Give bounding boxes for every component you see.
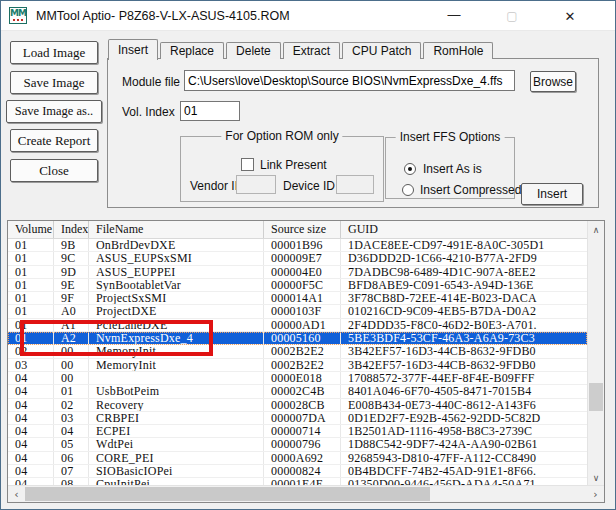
tab-cpu-patch[interactable]: CPU Patch — [342, 42, 421, 59]
table-row[interactable]: 01A2NvmExpressDxe_4000051605BE3BDF4-53CF… — [8, 332, 587, 345]
table-header: Volume Index FileName Source size GUID — [8, 221, 587, 239]
cell-index: 9C — [54, 252, 89, 264]
table-row[interactable]: 0403CRBPEI000007DA0D1ED2F7-E92B-4562-92D… — [8, 412, 587, 425]
cell-filename: Recovery — [89, 399, 264, 411]
vertical-scroll-thumb[interactable] — [589, 383, 603, 411]
module-file-input[interactable] — [184, 70, 515, 91]
insert-compressed-radio[interactable] — [402, 184, 414, 196]
cell-index: 9B — [54, 239, 89, 251]
cell-volume: 01 — [8, 266, 54, 278]
scroll-up-icon[interactable]: ∧ — [588, 221, 604, 238]
scroll-right-icon[interactable]: › — [587, 486, 604, 502]
table-row[interactable]: 0300MemoryInit0002B2E23B42EF57-16D3-44CB… — [8, 359, 587, 372]
insert-button[interactable]: Insert — [521, 183, 583, 205]
table-row[interactable]: 01A1PcieLaneDXE00000AD12F4DDD35-F8C0-46D… — [8, 319, 587, 332]
link-present-checkbox[interactable] — [241, 158, 254, 171]
insert-as-is-radio[interactable] — [404, 163, 416, 175]
tab-delete[interactable]: Delete — [226, 42, 281, 59]
tab-replace[interactable]: Replace — [160, 42, 224, 59]
table-rows: 019BOnBrdDevDXE00001B961DACE8EE-CD97-491… — [8, 239, 587, 485]
cell-index: 00 — [54, 372, 89, 384]
header-index[interactable]: Index — [54, 221, 89, 238]
cell-guid: 7DADBC98-6489-4D1C-907A-8EE2 — [341, 266, 587, 278]
cell-index: A0 — [54, 305, 89, 317]
cell-size: 000009E7 — [264, 252, 341, 264]
cell-size: 00000824 — [264, 465, 341, 477]
cell-volume: 04 — [8, 385, 54, 397]
cell-size: 000007DA — [264, 412, 341, 424]
table-row[interactable]: 019BOnBrdDevDXE00001B961DACE8EE-CD97-491… — [8, 239, 587, 252]
table-row[interactable]: 0402Recovery000028CBE008B434-0E73-440C-8… — [8, 399, 587, 412]
cell-filename: UsbBotPeim — [89, 385, 264, 397]
insert-ffs-options-legend: Insert FFS Options — [396, 130, 505, 144]
cell-size: 00001E4E — [264, 478, 341, 485]
cell-volume: 02 — [8, 345, 54, 357]
cell-guid: 1B2501AD-1116-4958-B8C3-2739C — [341, 425, 587, 437]
header-volume[interactable]: Volume — [8, 221, 54, 238]
table-row[interactable]: 0408CpuInitPei00001E4E01350D00-9446-456D… — [8, 478, 587, 485]
minimize-icon[interactable]: — — [425, 1, 483, 31]
close-icon[interactable]: ✕ — [541, 1, 599, 31]
header-guid[interactable]: GUID — [341, 221, 587, 238]
tab-insert[interactable]: Insert — [108, 39, 158, 60]
cell-guid: 3B42EF57-16D3-44CB-8632-9FDB0 — [341, 345, 587, 357]
cell-index: 08 — [54, 478, 89, 485]
cell-filename — [89, 372, 264, 384]
create-report-button[interactable]: Create Report — [10, 129, 98, 152]
cell-size: 000028CB — [264, 399, 341, 411]
cell-guid: 3B42EF57-16D3-44CB-8632-9FDB0 — [341, 359, 587, 371]
table-row[interactable]: 0407SIOBasicIOPei000008240B4BDCFF-74B2-4… — [8, 465, 587, 478]
table-row[interactable]: 04000000E01817088572-377F-44EF-8F4E-B09F… — [8, 372, 587, 385]
cell-size: 00000796 — [264, 438, 341, 450]
cell-filename: ASUS_EUPSxSMI — [89, 252, 264, 264]
scroll-down-icon[interactable]: ∨ — [588, 469, 604, 486]
table-row[interactable]: 019CASUS_EUPSxSMI000009E7D36DDD2D-1C66-4… — [8, 252, 587, 265]
header-filename[interactable]: FileName — [89, 221, 264, 238]
vol-index-label: Vol. Index — [122, 105, 175, 119]
cell-filename: PcieLaneDXE — [89, 319, 264, 331]
cell-volume: 04 — [8, 412, 54, 424]
load-image-button[interactable]: Load Image — [10, 41, 98, 64]
cell-index: 00 — [54, 359, 89, 371]
title-bar: MM MMTool Aptio- P8Z68-V-LX-ASUS-4105.RO… — [1, 1, 615, 31]
cell-index: 04 — [54, 425, 89, 437]
table-row[interactable]: 0405WdtPei000007961D88C542-9DF7-424A-AA9… — [8, 438, 587, 451]
cell-index: 9F — [54, 292, 89, 304]
cell-guid: 1DACE8EE-CD97-491E-8A0C-305D1 — [341, 239, 587, 251]
close-button[interactable]: Close — [10, 159, 98, 182]
horizontal-scroll-thumb[interactable] — [25, 487, 430, 501]
table-row[interactable]: 019FProjectSxSMI000014A13F78CB8D-72EE-41… — [8, 292, 587, 305]
scroll-left-icon[interactable]: ‹ — [8, 486, 25, 502]
cell-volume: 01 — [8, 252, 54, 264]
table-row[interactable]: 01A0ProjectDXE0000103F010216CD-9C09-4EB5… — [8, 305, 587, 318]
vendor-id-input — [236, 175, 276, 194]
cell-index: 03 — [54, 412, 89, 424]
table-row[interactable]: 019ESynBootabletVar00000F5CBFD8ABE9-C091… — [8, 279, 587, 292]
table-row[interactable]: 019DASUS_EUPPEI000004E07DADBC98-6489-4D1… — [8, 266, 587, 279]
table-row[interactable]: 0406CORE_PEI0000A69292685943-D810-47FF-A… — [8, 452, 587, 465]
cell-size: 0000A692 — [264, 452, 341, 464]
save-image-as-button[interactable]: Save Image as.. — [6, 100, 102, 123]
insert-as-is-label: Insert As is — [423, 162, 482, 176]
tab-extract[interactable]: Extract — [283, 42, 340, 59]
tab-romhole[interactable]: RomHole — [423, 42, 493, 59]
horizontal-scrollbar[interactable]: ‹ › — [8, 485, 604, 502]
cell-guid: 3F78CB8D-72EE-414E-B023-DACA — [341, 292, 587, 304]
table-row[interactable]: 0404ECPEI000007141B2501AD-1116-4958-B8C3… — [8, 425, 587, 438]
cell-size: 0000103F — [264, 305, 341, 317]
cell-filename: WdtPei — [89, 438, 264, 450]
table-row[interactable]: 0401UsbBotPeim00002C4B8401A046-6F70-4505… — [8, 385, 587, 398]
cell-index: 00 — [54, 345, 89, 357]
save-image-button[interactable]: Save Image — [10, 71, 98, 94]
table-row[interactable]: 0200MemoryInit0002B2E23B42EF57-16D3-44CB… — [8, 345, 587, 358]
link-present-label: Link Present — [260, 158, 327, 172]
vol-index-input[interactable] — [180, 101, 240, 121]
device-id-input — [336, 175, 374, 194]
cell-index: A1 — [54, 319, 89, 331]
cell-filename: SIOBasicIOPei — [89, 465, 264, 477]
vertical-scrollbar[interactable]: ∧ ∨ — [587, 221, 604, 486]
header-source-size[interactable]: Source size — [264, 221, 341, 238]
browse-button[interactable]: Browse — [530, 71, 576, 92]
insert-ffs-options-group: Insert FFS Options Insert As is Insert C… — [385, 137, 515, 199]
module-file-label: Module file — [122, 75, 180, 89]
